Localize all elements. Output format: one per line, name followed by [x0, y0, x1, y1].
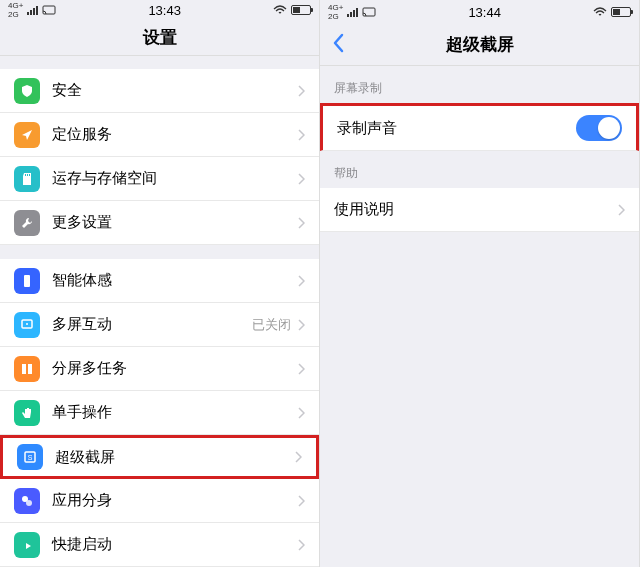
chevron-right-icon	[297, 129, 305, 141]
page-title: 超级截屏	[446, 33, 514, 56]
row-split-screen[interactable]: 分屏多任务	[0, 347, 319, 391]
page-title: 设置	[143, 26, 177, 49]
cast-status-icon	[42, 5, 56, 15]
row-label: 录制声音	[337, 119, 576, 138]
row-label: 安全	[52, 81, 297, 100]
row-label: 多屏互动	[52, 315, 252, 334]
screenshot-icon: S	[17, 444, 43, 470]
cast-status-icon	[362, 7, 376, 17]
row-smart-motion[interactable]: 智能体感	[0, 259, 319, 303]
row-label: 单手操作	[52, 403, 297, 422]
phone-icon	[14, 268, 40, 294]
row-location[interactable]: 定位服务	[0, 113, 319, 157]
svg-rect-8	[28, 364, 32, 374]
row-record-sound[interactable]: 录制声音	[320, 103, 639, 151]
chevron-right-icon	[297, 217, 305, 229]
wifi-icon	[593, 7, 607, 17]
chevron-right-icon	[297, 363, 305, 375]
network-label: 4G+ 2G	[328, 3, 343, 21]
row-instructions[interactable]: 使用说明	[320, 188, 639, 232]
status-time: 13:44	[468, 5, 501, 20]
svg-rect-4	[24, 275, 30, 287]
section-header-record: 屏幕录制	[320, 66, 639, 103]
record-section: 录制声音	[320, 103, 639, 151]
signal-icon	[27, 5, 38, 15]
launch-icon	[14, 532, 40, 558]
chevron-right-icon	[297, 539, 305, 551]
settings-group-1: 安全 定位服务 运存与存储空间 更多设置	[0, 69, 319, 245]
row-one-handed[interactable]: 单手操作	[0, 391, 319, 435]
row-label: 使用说明	[334, 200, 617, 219]
location-icon	[14, 122, 40, 148]
svg-text:S: S	[28, 454, 33, 461]
row-app-clone[interactable]: 应用分身	[0, 479, 319, 523]
row-super-screenshot[interactable]: S 超级截屏	[0, 435, 319, 479]
help-section: 使用说明	[320, 188, 639, 232]
cast-icon	[14, 312, 40, 338]
row-value: 已关闭	[252, 316, 291, 334]
chevron-right-icon	[297, 173, 305, 185]
svg-rect-3	[29, 174, 30, 176]
wifi-icon	[273, 5, 287, 15]
phone-left: 4G+ 2G 13:43 设置 安全 定位服务 运存与存储空间	[0, 0, 320, 567]
phone-right: 4G+ 2G 13:44 超级截屏 屏幕录制 录制声音 帮助 使用说明	[320, 0, 640, 567]
svg-rect-0	[43, 6, 55, 14]
shield-icon	[14, 78, 40, 104]
back-button[interactable]	[332, 33, 344, 57]
row-label: 快捷启动	[52, 535, 297, 554]
status-bar: 4G+ 2G 13:44	[320, 0, 639, 24]
svg-point-12	[26, 500, 32, 506]
hand-icon	[14, 400, 40, 426]
row-multi-screen[interactable]: 多屏互动 已关闭	[0, 303, 319, 347]
chevron-left-icon	[332, 33, 344, 53]
row-label: 分屏多任务	[52, 359, 297, 378]
svg-point-6	[26, 323, 28, 325]
row-label: 智能体感	[52, 271, 297, 290]
row-label: 超级截屏	[55, 448, 294, 467]
chevron-right-icon	[297, 85, 305, 97]
chevron-right-icon	[297, 407, 305, 419]
nav-bar: 设置	[0, 20, 319, 56]
nav-bar: 超级截屏	[320, 24, 639, 66]
svg-rect-2	[27, 174, 28, 176]
row-label: 更多设置	[52, 213, 297, 232]
svg-rect-7	[22, 364, 26, 374]
status-time: 13:43	[148, 3, 181, 18]
section-header-help: 帮助	[320, 151, 639, 188]
svg-rect-1	[25, 174, 26, 176]
sd-card-icon	[14, 166, 40, 192]
row-label: 应用分身	[52, 491, 297, 510]
row-more-settings[interactable]: 更多设置	[0, 201, 319, 245]
settings-group-2: 智能体感 多屏互动 已关闭 分屏多任务 单手操作 S 超级截屏 应用分身	[0, 259, 319, 567]
battery-icon	[291, 5, 311, 15]
chevron-right-icon	[297, 275, 305, 287]
split-icon	[14, 356, 40, 382]
svg-rect-13	[363, 8, 375, 16]
chevron-right-icon	[617, 204, 625, 216]
chevron-right-icon	[297, 495, 305, 507]
battery-icon	[611, 7, 631, 17]
clone-icon	[14, 488, 40, 514]
row-label: 运存与存储空间	[52, 169, 297, 188]
chevron-right-icon	[294, 451, 302, 463]
row-storage[interactable]: 运存与存储空间	[0, 157, 319, 201]
chevron-right-icon	[297, 319, 305, 331]
row-quick-launch[interactable]: 快捷启动	[0, 523, 319, 567]
wrench-icon	[14, 210, 40, 236]
toggle-record-sound[interactable]	[576, 115, 622, 141]
row-security[interactable]: 安全	[0, 69, 319, 113]
row-label: 定位服务	[52, 125, 297, 144]
status-bar: 4G+ 2G 13:43	[0, 0, 319, 20]
network-label: 4G+ 2G	[8, 1, 23, 19]
signal-icon	[347, 7, 358, 17]
